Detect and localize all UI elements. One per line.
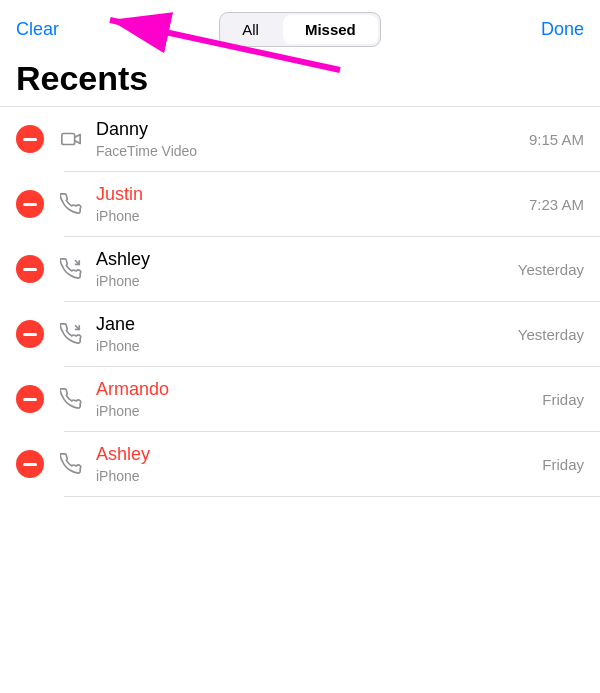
delete-button[interactable]: [16, 190, 44, 218]
phone-icon: [56, 189, 86, 219]
call-time: 7:23 AM: [529, 196, 584, 213]
call-time: 9:15 AM: [529, 131, 584, 148]
contact-sub: FaceTime Video: [96, 142, 529, 160]
done-button[interactable]: Done: [534, 19, 584, 40]
list-item: Danny FaceTime Video 9:15 AM: [0, 107, 600, 171]
call-time: Friday: [542, 456, 584, 473]
contact-info: Jane iPhone: [96, 313, 518, 355]
list-item: Armando iPhone Friday: [0, 367, 600, 431]
delete-button[interactable]: [16, 125, 44, 153]
phone-outgoing-icon: [56, 254, 86, 284]
contact-name: Ashley: [96, 248, 518, 271]
phone-icon: [56, 449, 86, 479]
list-item: Ashley iPhone Yesterday: [0, 237, 600, 301]
call-time: Friday: [542, 391, 584, 408]
list-item: Justin iPhone 7:23 AM: [0, 172, 600, 236]
contact-sub: iPhone: [96, 272, 518, 290]
delete-button[interactable]: [16, 320, 44, 348]
contact-name: Danny: [96, 118, 529, 141]
page-title: Recents: [0, 55, 600, 106]
call-time: Yesterday: [518, 326, 584, 343]
contact-sub: iPhone: [96, 402, 542, 420]
list-item: Ashley iPhone Friday: [0, 432, 600, 496]
svg-rect-2: [62, 134, 75, 145]
delete-button[interactable]: [16, 255, 44, 283]
contact-name: Ashley: [96, 443, 542, 466]
call-time: Yesterday: [518, 261, 584, 278]
segment-missed-button[interactable]: Missed: [283, 15, 378, 44]
contact-info: Justin iPhone: [96, 183, 529, 225]
divider: [64, 496, 600, 497]
contact-name: Jane: [96, 313, 518, 336]
delete-button[interactable]: [16, 385, 44, 413]
delete-button[interactable]: [16, 450, 44, 478]
recents-list: Danny FaceTime Video 9:15 AM Justin iPho…: [0, 107, 600, 497]
contact-sub: iPhone: [96, 467, 542, 485]
phone-icon: [56, 384, 86, 414]
phone-outgoing-icon: [56, 319, 86, 349]
contact-info: Danny FaceTime Video: [96, 118, 529, 160]
segment-control: All Missed: [219, 12, 381, 47]
contact-info: Ashley iPhone: [96, 248, 518, 290]
contact-name: Armando: [96, 378, 542, 401]
contact-info: Ashley iPhone: [96, 443, 542, 485]
contact-info: Armando iPhone: [96, 378, 542, 420]
list-item: Jane iPhone Yesterday: [0, 302, 600, 366]
clear-button[interactable]: Clear: [16, 19, 66, 40]
contact-sub: iPhone: [96, 207, 529, 225]
contact-sub: iPhone: [96, 337, 518, 355]
contact-name: Justin: [96, 183, 529, 206]
facetime-icon: [56, 124, 86, 154]
nav-bar: Clear All Missed Done: [0, 0, 600, 55]
segment-all-button[interactable]: All: [220, 13, 281, 46]
